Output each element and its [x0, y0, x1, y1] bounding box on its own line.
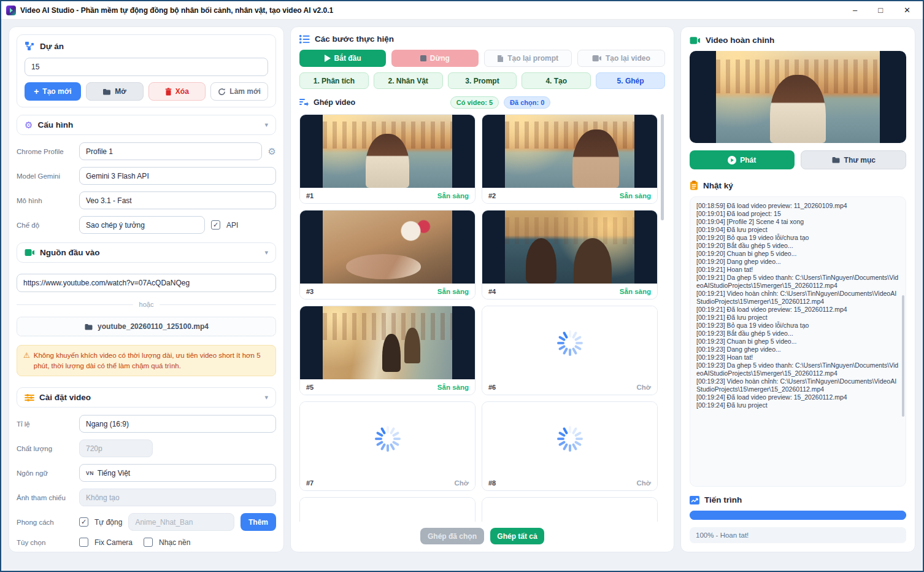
language-select[interactable]: VNTiếng Việt: [79, 464, 276, 482]
tab-ghep[interactable]: 5. Ghép: [596, 72, 665, 89]
start-button[interactable]: Bắt đầu: [299, 50, 386, 67]
open-project-button[interactable]: Mở: [86, 82, 144, 101]
video-status: Sẵn sàng: [620, 288, 651, 295]
folder-icon: [84, 323, 93, 330]
steps-title: Các bước thực hiện: [315, 34, 394, 44]
video-card[interactable]: #8Chờ: [482, 401, 658, 491]
merge-selected-button[interactable]: Ghép đã chọn: [420, 528, 484, 544]
project-section: Dự án +Tạo mới Mở Xóa Làm mới: [17, 34, 276, 107]
mode-field: Chế độ Sao chép ý tưởng ✓ API: [17, 216, 276, 234]
log-title: Nhật ký: [703, 181, 733, 190]
video-status: Chờ: [454, 479, 469, 487]
steps-panel: Các bước thực hiện Bắt đầu Dừng Tạo lại …: [290, 26, 674, 552]
log-entry: [00:19:23] Bắt đầu ghép 5 video...: [696, 330, 899, 338]
model-gemini-select[interactable]: Gemini 3 Flash API: [79, 167, 276, 185]
log-scrollbar-thumb[interactable]: [902, 295, 904, 417]
app-window: Video AI Studio - Phần mềm tự động đồng …: [0, 0, 924, 572]
grid-scrollbar-thumb[interactable]: [661, 114, 664, 220]
open-folder-button[interactable]: Thư mục: [801, 150, 907, 169]
model-select[interactable]: Veo 3.1 - Fast: [79, 191, 276, 209]
video-card-caption: #7Chờ: [300, 475, 475, 490]
log-entry: [00:18:59] Đã load video preview: 11_202…: [696, 202, 899, 210]
video-card[interactable]: #2Sẵn sàng: [482, 114, 658, 204]
video-status: Sẵn sàng: [437, 384, 469, 391]
maximize-button[interactable]: □: [878, 6, 883, 14]
log-entry: [00:19:21] Da ghep 5 video thanh: C:\Use…: [696, 274, 899, 290]
chevron-down-icon: ▾: [264, 249, 268, 257]
log-entry: [00:19:23] Dang ghep video...: [696, 346, 899, 354]
grid-scrollbar[interactable]: [661, 114, 664, 522]
video-settings-section-header[interactable]: Cài đặt video ▾: [17, 387, 276, 408]
final-video-preview[interactable]: [690, 51, 906, 143]
config-section-header[interactable]: ⚙ Cấu hình ▾: [17, 115, 276, 135]
app-icon: [6, 6, 16, 15]
loading-spinner: [372, 423, 403, 454]
log-entry: [00:19:23] Hoan tat!: [696, 354, 899, 361]
language-field: Ngôn ngữ VNTiếng Việt: [17, 464, 276, 482]
api-checkbox[interactable]: ✓: [211, 220, 220, 230]
fix-camera-checkbox[interactable]: [79, 538, 88, 547]
project-name-input[interactable]: [25, 58, 268, 76]
video-card[interactable]: #3Sẵn sàng: [299, 210, 475, 300]
video-index: #5: [306, 384, 314, 391]
thumbnail-image: [323, 306, 453, 379]
youtube-url-input[interactable]: [17, 274, 276, 292]
log-box[interactable]: [00:18:59] Đã load video preview: 11_202…: [690, 196, 906, 487]
tab-phan-tich[interactable]: 1. Phân tích: [299, 72, 369, 89]
thumbnail-image: [505, 211, 635, 284]
tab-prompt[interactable]: 3. Prompt: [448, 72, 517, 89]
background-music-checkbox[interactable]: [144, 538, 153, 547]
close-button[interactable]: ✕: [904, 6, 911, 14]
minimize-button[interactable]: –: [853, 6, 857, 14]
thumbnail-image: [505, 115, 635, 188]
video-card[interactable]: #9Chờ: [299, 497, 475, 522]
video-card[interactable]: #1Sẵn sàng: [299, 114, 475, 204]
preview-image: [716, 51, 880, 143]
video-card-caption: #3Sẵn sàng: [300, 284, 475, 299]
tab-nhan-vat[interactable]: 2. Nhân Vật: [374, 72, 443, 89]
refresh-projects-button[interactable]: Làm mới: [210, 82, 268, 101]
tab-tao[interactable]: 4. Tạo: [522, 72, 591, 89]
video-index: #3: [306, 288, 314, 295]
chrome-profile-select[interactable]: Profile 1: [79, 142, 262, 160]
ratio-select[interactable]: Ngang (16:9): [79, 415, 276, 433]
profile-settings-gear-icon[interactable]: ⚙: [268, 146, 276, 157]
local-file-button[interactable]: youtube_20260110_125100.mp4: [17, 317, 276, 336]
create-project-button[interactable]: +Tạo mới: [25, 82, 81, 101]
mode-select[interactable]: Sao chép ý tưởng: [79, 216, 205, 234]
merge-all-button[interactable]: Ghép tất cả: [490, 528, 544, 544]
stop-button[interactable]: Dừng: [391, 50, 478, 67]
delete-project-button[interactable]: Xóa: [148, 82, 206, 101]
loading-spinner: [555, 519, 585, 522]
video-camera-icon: [25, 249, 35, 257]
input-source-title: Nguồn đầu vào: [40, 248, 100, 257]
video-card[interactable]: #10Chờ: [482, 497, 658, 522]
log-entry: [00:19:23] Da ghep 5 video thanh: C:\Use…: [696, 361, 899, 377]
log-entry: [00:19:21] Video hoàn chỉnh: C:\Users\Ti…: [696, 290, 899, 306]
regenerate-prompt-button[interactable]: Tạo lại prompt: [484, 50, 572, 67]
video-card[interactable]: #6Chờ: [482, 306, 658, 395]
video-card[interactable]: #7Chờ: [299, 401, 475, 491]
progress-status: 100% - Hoan tat!: [690, 527, 906, 543]
video-card[interactable]: #4Sẵn sàng: [482, 210, 658, 300]
style-add-button[interactable]: Thêm: [241, 513, 276, 531]
video-card[interactable]: #5Sẵn sàng: [299, 306, 475, 395]
regenerate-video-button[interactable]: Tạo lại video: [577, 50, 665, 67]
video-loading: [482, 306, 657, 379]
video-card-caption: #2Sẵn sàng: [482, 188, 657, 203]
video-loading: [300, 498, 475, 522]
step-tabs: 1. Phân tích 2. Nhân Vật 3. Prompt 4. Tạ…: [299, 72, 665, 89]
final-video-title: Video hoàn chỉnh: [706, 36, 774, 45]
title-bar: Video AI Studio - Phần mềm tự động đồng …: [1, 1, 923, 20]
log-entry: [00:19:23] Chuan bi ghep 5 video...: [696, 338, 899, 346]
video-camera-icon: [592, 55, 602, 62]
model-gemini-field: Model Gemini Gemini 3 Flash API: [17, 167, 276, 185]
style-auto-checkbox[interactable]: ✓: [79, 517, 88, 527]
progress-title: Tiến trình: [704, 495, 742, 504]
log-entry: [00:19:20] Bỏ qua 19 video lỗi/chưa tạo: [696, 234, 899, 242]
video-index: #4: [488, 288, 496, 295]
play-button[interactable]: Phát: [690, 150, 795, 169]
input-source-section-header[interactable]: Nguồn đầu vào ▾: [17, 242, 276, 263]
progress-fill: [690, 511, 906, 520]
background-music-label: Nhạc nền: [159, 538, 190, 547]
